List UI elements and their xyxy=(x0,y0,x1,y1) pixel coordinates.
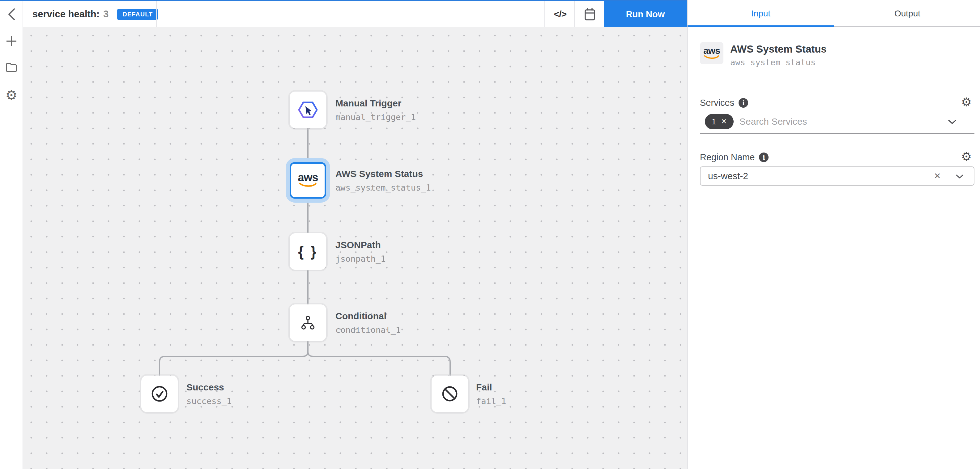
node-id: jsonpath_1 xyxy=(336,254,527,263)
connector xyxy=(307,203,309,233)
region-dropdown-button[interactable] xyxy=(953,171,966,182)
aws-logo-icon: aws xyxy=(298,173,318,188)
braces-icon: { } xyxy=(298,243,318,260)
region-value-input[interactable] xyxy=(708,169,906,183)
node-label-block: Fail fail_1 xyxy=(476,376,668,412)
workflow-canvas[interactable]: Manual Trigger manual_trigger_1 aws AWS … xyxy=(23,27,687,469)
node-label-block: JSONPath jsonpath_1 xyxy=(336,233,527,270)
node-label-block: Success success_1 xyxy=(186,376,378,412)
chevron-down-icon xyxy=(948,120,956,124)
gear-icon: ⚙ xyxy=(961,95,972,109)
region-name-label: Region Name xyxy=(700,152,755,163)
node-label-block: Conditional conditional_1 xyxy=(336,305,527,341)
services-search-input[interactable] xyxy=(740,114,956,129)
services-label: Services xyxy=(700,98,734,108)
info-icon[interactable]: i xyxy=(759,153,768,162)
workflow-editor-page: service health: 3 DEFAULT </> Run Now xyxy=(0,0,980,469)
workflow-title: service health: xyxy=(32,9,100,20)
branch-connector xyxy=(156,349,453,376)
node-id: fail_1 xyxy=(476,396,668,406)
connector xyxy=(307,341,309,350)
canvas-header: service health: 3 DEFAULT </> Run Now xyxy=(23,1,687,27)
branch-icon xyxy=(300,316,316,330)
tool-sidebar: ⚙ xyxy=(0,1,23,469)
node-fail[interactable] xyxy=(431,376,468,412)
node-title: Conditional xyxy=(336,311,527,321)
chip-count: 1 xyxy=(712,117,716,126)
gear-icon: ⚙ xyxy=(961,150,972,163)
services-dropdown-button[interactable] xyxy=(946,116,958,128)
panel-app-subtitle: aws_system_status xyxy=(730,57,816,67)
connector xyxy=(307,270,309,305)
info-icon[interactable]: i xyxy=(738,98,748,108)
clear-icon[interactable]: ✕ xyxy=(931,167,944,185)
aws-smile xyxy=(299,182,317,188)
node-id: conditional_1 xyxy=(336,325,527,335)
node-manual-trigger[interactable] xyxy=(290,92,326,128)
node-title: Success xyxy=(186,382,378,392)
aws-smile xyxy=(704,55,719,60)
settings-button[interactable]: ⚙ xyxy=(0,85,23,105)
tab-input[interactable]: Input xyxy=(687,1,834,26)
workflow-version-count: 3 xyxy=(103,9,108,20)
node-id: success_1 xyxy=(186,396,378,406)
back-button[interactable] xyxy=(3,6,20,23)
node-success[interactable] xyxy=(141,376,178,412)
files-button[interactable] xyxy=(0,57,23,77)
calendar-icon xyxy=(584,7,596,21)
node-title: Fail xyxy=(476,382,668,392)
node-label-block: Manual Trigger manual_trigger_1 xyxy=(336,92,527,128)
schedule-button[interactable] xyxy=(576,1,604,27)
check-circle-icon xyxy=(151,385,169,403)
node-id: aws_system_status_1 xyxy=(336,183,527,192)
region-label-row: Region Name i xyxy=(700,152,768,163)
chevron-down-icon xyxy=(956,174,964,179)
default-badge: DEFAULT xyxy=(117,9,158,20)
node-config-panel: Input Output aws AWS System Status aws_s… xyxy=(687,0,980,469)
aws-logo-icon: aws xyxy=(703,47,720,60)
code-icon: </> xyxy=(554,9,566,19)
node-conditional[interactable] xyxy=(290,305,326,341)
tab-baseline xyxy=(834,26,980,27)
header-divider xyxy=(544,1,545,27)
services-field-underline xyxy=(700,133,974,134)
header-divider xyxy=(156,1,157,27)
services-selected-chip[interactable]: 1 ✕ xyxy=(705,114,733,129)
chip-remove-icon[interactable]: ✕ xyxy=(721,118,727,126)
node-aws-system-status[interactable]: aws xyxy=(290,162,326,199)
aws-logo-text: aws xyxy=(703,47,720,55)
node-id: manual_trigger_1 xyxy=(336,112,527,122)
manual-trigger-icon xyxy=(298,101,318,119)
header-divider xyxy=(574,1,575,27)
node-label-block: AWS System Status aws_system_status_1 xyxy=(336,162,527,199)
add-node-button[interactable] xyxy=(0,31,23,51)
gear-icon: ⚙ xyxy=(5,88,18,102)
active-tab-indicator xyxy=(687,26,834,27)
node-title: Manual Trigger xyxy=(336,98,527,108)
app-icon: aws xyxy=(700,42,724,64)
plus-icon xyxy=(5,35,18,47)
folder-icon xyxy=(5,62,18,73)
node-title: JSONPath xyxy=(336,240,527,250)
workflow-title-block: service health: 3 DEFAULT xyxy=(32,1,158,27)
panel-app-title: AWS System Status xyxy=(730,43,827,55)
services-settings-button[interactable]: ⚙ xyxy=(959,95,973,109)
tab-output-label: Output xyxy=(894,9,920,19)
run-now-button[interactable]: Run Now xyxy=(604,1,687,27)
connector xyxy=(307,128,309,159)
services-label-row: Services i xyxy=(700,98,748,108)
region-select[interactable]: ✕ xyxy=(700,166,974,186)
tab-input-label: Input xyxy=(751,9,770,19)
region-settings-button[interactable]: ⚙ xyxy=(959,150,973,163)
aws-logo-text: aws xyxy=(298,173,318,182)
node-title: AWS System Status xyxy=(336,169,527,179)
node-jsonpath[interactable]: { } xyxy=(290,233,326,270)
chevron-left-icon xyxy=(8,8,16,21)
no-circle-icon xyxy=(441,385,459,403)
tab-output[interactable]: Output xyxy=(834,1,980,26)
code-view-button[interactable]: </> xyxy=(546,1,574,27)
